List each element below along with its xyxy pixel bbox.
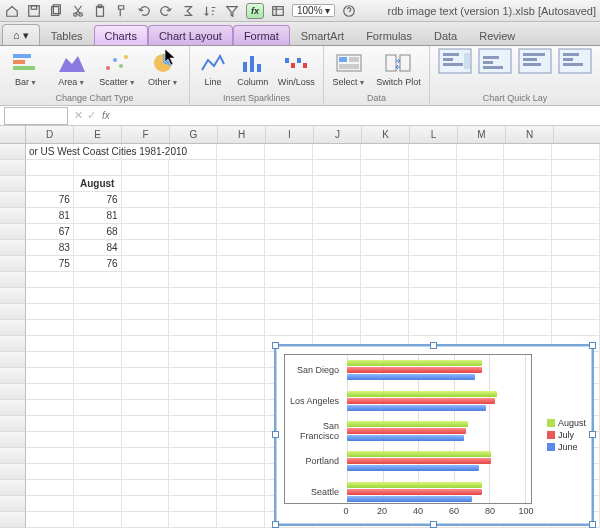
cell[interactable] <box>26 272 74 288</box>
cell[interactable] <box>26 288 74 304</box>
cell[interactable] <box>122 256 170 272</box>
cell[interactable] <box>504 240 552 256</box>
cell[interactable] <box>169 432 217 448</box>
cell[interactable] <box>552 192 600 208</box>
cell[interactable] <box>122 320 170 336</box>
resize-handle[interactable] <box>272 521 279 528</box>
cell[interactable] <box>313 272 361 288</box>
cell[interactable] <box>74 336 122 352</box>
cell[interactable] <box>122 416 170 432</box>
cell[interactable]: 84 <box>74 240 122 256</box>
cell[interactable] <box>217 208 265 224</box>
sparkline-winloss[interactable]: Win/Loss <box>274 48 319 87</box>
cell[interactable] <box>552 304 600 320</box>
row-header[interactable] <box>0 208 26 224</box>
col-header[interactable]: M <box>458 126 506 143</box>
cell[interactable] <box>217 496 265 512</box>
cell[interactable] <box>122 336 170 352</box>
bar-jun[interactable] <box>347 496 472 502</box>
cell[interactable]: 76 <box>74 192 122 208</box>
cell[interactable] <box>169 256 217 272</box>
cell[interactable] <box>313 240 361 256</box>
cell[interactable] <box>217 512 265 528</box>
tab-chart-layout[interactable]: Chart Layout <box>148 25 233 45</box>
resize-handle[interactable] <box>589 342 596 349</box>
bar-aug[interactable] <box>347 360 482 366</box>
cell[interactable] <box>313 224 361 240</box>
cell[interactable]: 81 <box>26 208 74 224</box>
row-header[interactable] <box>0 176 26 192</box>
format-painter-icon[interactable] <box>114 3 130 19</box>
cell[interactable] <box>409 192 457 208</box>
tab-review[interactable]: Review <box>468 25 526 45</box>
cell[interactable] <box>265 256 313 272</box>
cell[interactable] <box>265 272 313 288</box>
cell[interactable] <box>409 160 457 176</box>
row-header[interactable] <box>0 416 26 432</box>
cell[interactable] <box>169 320 217 336</box>
cell[interactable] <box>504 160 552 176</box>
chart-type-scatter[interactable]: Scatter▼ <box>96 48 140 87</box>
cell[interactable] <box>74 384 122 400</box>
cell[interactable] <box>313 288 361 304</box>
cell[interactable] <box>457 304 505 320</box>
cell[interactable] <box>169 400 217 416</box>
cell[interactable] <box>361 176 409 192</box>
cell[interactable] <box>313 160 361 176</box>
cell[interactable] <box>217 176 265 192</box>
cell[interactable] <box>122 448 170 464</box>
cell[interactable] <box>313 320 361 336</box>
cell[interactable] <box>122 400 170 416</box>
cell[interactable]: 81 <box>74 208 122 224</box>
row-header[interactable] <box>0 160 26 176</box>
cell[interactable] <box>122 272 170 288</box>
cell[interactable] <box>457 240 505 256</box>
home-icon[interactable] <box>4 3 20 19</box>
resize-handle[interactable] <box>272 342 279 349</box>
cell[interactable] <box>504 224 552 240</box>
cell[interactable] <box>122 464 170 480</box>
cell[interactable] <box>217 304 265 320</box>
cell[interactable] <box>122 384 170 400</box>
bar-jun[interactable] <box>347 374 475 380</box>
cell[interactable] <box>169 224 217 240</box>
cell[interactable] <box>169 464 217 480</box>
bar-jul[interactable] <box>347 398 495 404</box>
save-icon[interactable] <box>26 3 42 19</box>
cell[interactable] <box>26 336 74 352</box>
resize-handle[interactable] <box>272 431 279 438</box>
cell[interactable] <box>122 512 170 528</box>
cell[interactable] <box>457 320 505 336</box>
cell[interactable] <box>122 496 170 512</box>
cell[interactable] <box>74 368 122 384</box>
cell[interactable] <box>169 496 217 512</box>
tab-home[interactable]: ⌂ ▾ <box>2 24 40 45</box>
cell[interactable] <box>361 288 409 304</box>
cell[interactable] <box>217 336 265 352</box>
cell[interactable] <box>361 192 409 208</box>
fx-toggle[interactable]: fx <box>246 3 264 19</box>
cell[interactable] <box>457 144 505 160</box>
tab-data[interactable]: Data <box>423 25 468 45</box>
formula-input[interactable] <box>114 107 600 125</box>
fx-label[interactable]: fx <box>102 110 110 121</box>
redo-icon[interactable] <box>158 3 174 19</box>
cell[interactable] <box>26 432 74 448</box>
cell[interactable] <box>74 496 122 512</box>
quick-layout-2[interactable] <box>478 48 512 76</box>
cell[interactable] <box>169 192 217 208</box>
cell[interactable] <box>361 240 409 256</box>
cell[interactable] <box>122 176 170 192</box>
cancel-icon[interactable]: ✕ <box>72 109 85 122</box>
cell[interactable] <box>74 480 122 496</box>
cell[interactable] <box>409 240 457 256</box>
row-header[interactable] <box>0 336 26 352</box>
cell[interactable] <box>552 208 600 224</box>
cell[interactable] <box>74 304 122 320</box>
cell[interactable] <box>217 288 265 304</box>
cell[interactable] <box>361 144 409 160</box>
cell[interactable] <box>457 224 505 240</box>
row-header[interactable] <box>0 304 26 320</box>
cell[interactable] <box>26 352 74 368</box>
cell[interactable] <box>26 496 74 512</box>
